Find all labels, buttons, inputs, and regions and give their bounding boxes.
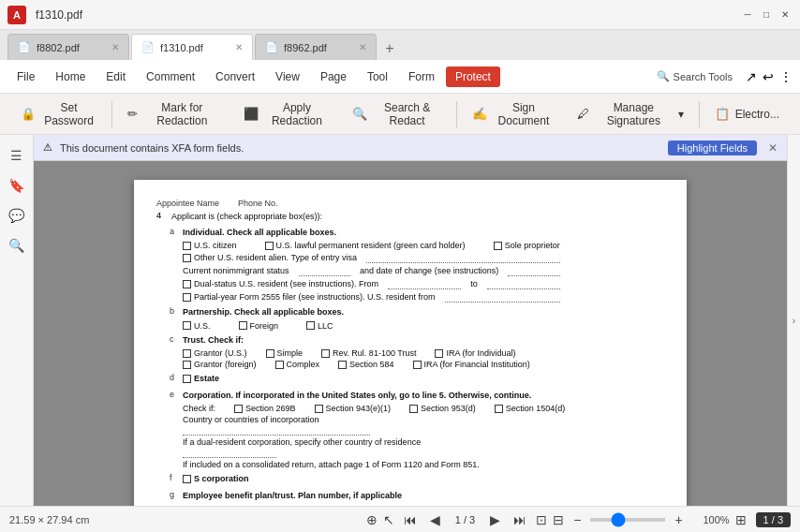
row-c-label: c [170,334,179,344]
dual-status-checkbox[interactable] [183,280,191,288]
menu-file[interactable]: File [7,66,44,87]
menu-home[interactable]: Home [46,66,95,87]
sole-prop-checkbox[interactable] [494,242,502,250]
us-lawful-check: U.S. lawful permanent resident (green ca… [265,241,466,250]
tab-close-3[interactable]: ✕ [359,42,366,52]
dual-status-row: Dual-status U.S. resident (see instructi… [183,278,560,289]
page-badge: 1 / 3 [756,512,791,527]
menu-right: 🔍 Search Tools ↗ ↩ ⋮ [649,66,793,86]
search-tools-button[interactable]: 🔍 Search Tools [649,66,740,86]
zoom-in-button[interactable]: + [671,510,686,529]
search-icon: 🔍 [657,70,670,82]
search-redact-button[interactable]: 🔍 Search & Redact [341,97,452,131]
left-sidebar: ☰ 🔖 💬 🔍 [0,135,34,506]
toolbar: 🔒 Set Password ✏ Mark for Redaction ⬛ Ap… [0,94,800,135]
menu-comment[interactable]: Comment [137,66,204,87]
individual-text: Individual. Check all applicable boxes. [183,227,336,240]
country-field [183,424,370,436]
menu-protect[interactable]: Protect [446,66,500,87]
window-controls: ─ □ ✕ [740,7,793,22]
nav-prev-button[interactable]: ◀ [426,510,444,529]
partial-form-checkbox[interactable] [183,293,191,302]
sign-icon: ✍ [472,107,487,121]
us-citizen-check: U.S. citizen [183,241,237,250]
other-us-checkbox[interactable] [183,254,191,262]
row-g-content: Employee benefit plan/trust. Plan number… [183,490,470,507]
sidebar-item-bookmarks[interactable]: 🔖 [4,172,30,199]
xfa-message: This document contains XFA form fields. [60,142,660,154]
close-button[interactable]: ✕ [778,7,793,22]
fit-width-icon[interactable]: ⊟ [553,512,564,527]
row-b-content: Partnership. Check all applicable boxes.… [183,306,344,331]
content-area: ☰ 🔖 💬 🔍 ⚠ This document contains XFA for… [0,135,800,506]
title-bar: A f1310.pdf ─ □ ✕ [0,0,800,30]
pdf-container[interactable]: Appointee Name Phone No. 4 Applicant is … [34,161,787,506]
sidebar-item-pages[interactable]: ☰ [4,142,30,169]
electronic-button[interactable]: 📋 Electro... [704,97,791,131]
nav-last-button[interactable]: ⏭ [510,510,530,529]
new-tab-button[interactable]: + [378,37,401,60]
appointee-name-label: Appointee Name [156,199,219,208]
highlight-fields-button[interactable]: Highlight Fields [668,140,757,155]
xfa-warning-icon: ⚠ [43,141,52,154]
row-a: a Individual. Check all applicable boxes… [156,227,664,303]
signatures-icon: 🖊 [577,107,589,121]
xfa-notice-bar: ⚠ This document contains XFA form fields… [34,135,787,161]
bottom-bar: 21.59 × 27.94 cm ⊕ ↖ ⏮ ◀ 1 / 3 ▶ ⏭ ⊡ ⊟ −… [0,506,800,532]
arrow-icon[interactable]: ↖ [383,512,394,527]
menu-convert[interactable]: Convert [206,66,264,87]
tab-3[interactable]: 📄 f8962.pdf ✕ [255,34,377,60]
tab-icon-2: 📄 [141,41,155,53]
sign-document-button[interactable]: ✍ Sign Document [461,97,566,131]
maximize-button[interactable]: □ [759,7,774,22]
tab-1[interactable]: 📄 f8802.pdf ✕ [7,34,129,60]
tab-icon-1: 📄 [18,41,31,53]
fit-page-icon[interactable]: ⊡ [536,512,547,527]
electronic-icon: 📋 [715,107,730,121]
minimize-button[interactable]: ─ [740,7,755,22]
zoom-slider[interactable] [590,518,665,522]
sidebar-item-comments[interactable]: 💬 [4,202,30,229]
menu-page[interactable]: Page [311,66,356,87]
section-4-row: 4 Applicant is (check appropriate box(es… [156,211,664,224]
sidebar-item-search[interactable]: 🔍 [4,232,30,259]
tab-close-1[interactable]: ✕ [111,42,119,52]
partnership-text: Partnership. Check all applicable boxes. [183,307,344,317]
row-b: b Partnership. Check all applicable boxe… [156,306,664,331]
date-change-label: and date of change (see instructions) [360,266,498,275]
undo-icon[interactable]: ↩ [763,69,774,84]
row-e-content: Corporation. If incorporated in the Unit… [183,390,565,470]
partial-form-check: Partial-year Form 2555 filer (see instru… [183,292,436,302]
menu-edit[interactable]: Edit [96,66,135,87]
entry-visa-field [366,252,560,263]
row-c: c Trust. Check if: Grantor (U.S.) Simple… [156,334,664,370]
tab-bar: 📄 f8802.pdf ✕ 📄 f1310.pdf ✕ 📄 f8962.pdf … [0,30,800,60]
nav-first-button[interactable]: ⏮ [400,510,421,529]
grid-view-icon[interactable]: ⊞ [735,512,747,527]
xfa-close-icon[interactable]: ✕ [768,141,778,155]
menu-form[interactable]: Form [399,66,444,87]
menu-view[interactable]: View [266,66,309,87]
tab-close-2[interactable]: ✕ [235,42,243,52]
more-icon[interactable]: ⋮ [779,69,793,84]
share-icon[interactable]: ↗ [746,69,757,84]
set-password-button[interactable]: 🔒 Set Password [9,97,108,131]
us-citizen-checkbox[interactable] [183,242,191,250]
other-us-row: Other U.S. resident alien. Type of entry… [183,252,560,263]
dual-to-field [487,278,560,289]
apply-redaction-button[interactable]: ⬛ Apply Redaction [232,97,341,131]
manage-signatures-button[interactable]: 🖊 Manage Signatures ▾ [566,97,695,131]
us-lawful-checkbox[interactable] [265,242,274,250]
redact-mark-icon: ✏ [127,107,138,121]
nav-next-button[interactable]: ▶ [486,510,504,529]
cursor-icon[interactable]: ⊕ [366,512,378,527]
dual-resident-field [183,447,276,458]
zoom-out-button[interactable]: − [570,510,585,529]
tab-label-3: f8962.pdf [284,42,327,53]
app-logo: A [7,6,26,24]
partial-form-row: Partial-year Form 2555 filer (see instru… [183,291,560,303]
tab-2[interactable]: 📄 f1310.pdf ✕ [131,34,253,60]
menu-tool[interactable]: Tool [358,66,397,87]
mark-redaction-button[interactable]: ✏ Mark for Redaction [116,97,232,131]
right-sidebar-handle[interactable]: › [787,135,800,506]
